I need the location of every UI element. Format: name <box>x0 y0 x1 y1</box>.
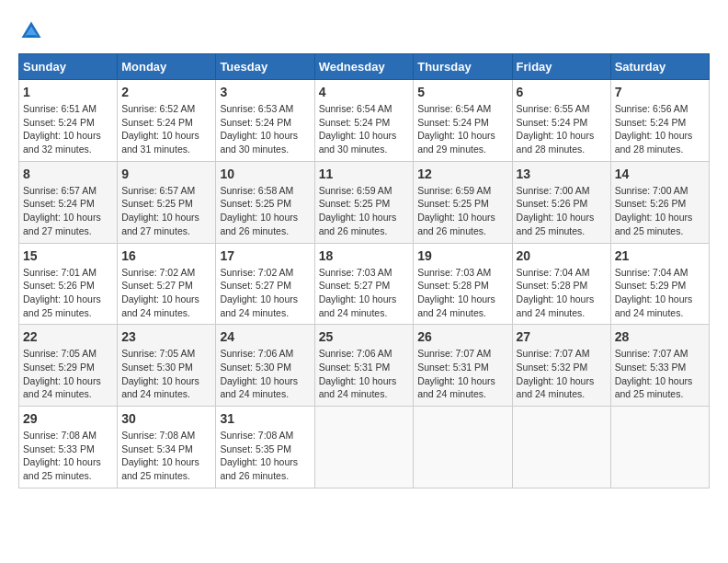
calendar-cell: 12 Sunrise: 6:59 AM Sunset: 5:25 PM Dayl… <box>414 161 512 243</box>
calendar-cell <box>512 407 610 488</box>
day-number: 15 <box>23 248 113 263</box>
day-detail: Sunrise: 7:08 AM Sunset: 5:34 PM Dayligh… <box>121 429 211 483</box>
day-number: 6 <box>517 85 607 99</box>
calendar-cell: 2 Sunrise: 6:52 AM Sunset: 5:24 PM Dayli… <box>118 80 216 162</box>
day-number: 26 <box>417 329 507 344</box>
svg-rect-2 <box>26 35 36 37</box>
day-number: 21 <box>615 248 705 263</box>
day-detail: Sunrise: 7:07 AM Sunset: 5:31 PM Dayligh… <box>417 347 507 401</box>
day-detail: Sunrise: 6:53 AM Sunset: 5:24 PM Dayligh… <box>220 102 310 156</box>
day-number: 14 <box>615 167 705 181</box>
day-number: 9 <box>121 167 211 181</box>
calendar-cell: 8 Sunrise: 6:57 AM Sunset: 5:24 PM Dayli… <box>19 161 118 243</box>
day-detail: Sunrise: 7:05 AM Sunset: 5:30 PM Dayligh… <box>121 347 211 401</box>
day-detail: Sunrise: 6:56 AM Sunset: 5:24 PM Dayligh… <box>615 102 705 156</box>
day-detail: Sunrise: 6:51 AM Sunset: 5:24 PM Dayligh… <box>23 102 113 156</box>
day-detail: Sunrise: 6:55 AM Sunset: 5:24 PM Dayligh… <box>517 102 607 156</box>
day-detail: Sunrise: 7:05 AM Sunset: 5:29 PM Dayligh… <box>23 347 113 401</box>
day-detail: Sunrise: 7:06 AM Sunset: 5:30 PM Dayligh… <box>220 347 310 401</box>
weekday-header-friday: Friday <box>512 54 610 80</box>
calendar-cell: 27 Sunrise: 7:07 AM Sunset: 5:32 PM Dayl… <box>512 325 610 407</box>
calendar-cell: 19 Sunrise: 7:03 AM Sunset: 5:28 PM Dayl… <box>414 243 512 325</box>
day-detail: Sunrise: 7:02 AM Sunset: 5:27 PM Dayligh… <box>121 266 211 320</box>
day-number: 27 <box>517 329 607 344</box>
day-number: 2 <box>121 85 211 99</box>
calendar-cell: 20 Sunrise: 7:04 AM Sunset: 5:28 PM Dayl… <box>512 243 610 325</box>
calendar-cell: 1 Sunrise: 6:51 AM Sunset: 5:24 PM Dayli… <box>19 80 118 162</box>
calendar-cell: 6 Sunrise: 6:55 AM Sunset: 5:24 PM Dayli… <box>512 80 610 162</box>
day-number: 25 <box>319 329 410 344</box>
calendar-cell: 24 Sunrise: 7:06 AM Sunset: 5:30 PM Dayl… <box>216 325 314 407</box>
day-number: 19 <box>417 248 507 263</box>
day-detail: Sunrise: 7:02 AM Sunset: 5:27 PM Dayligh… <box>220 266 310 320</box>
day-number: 7 <box>615 85 705 99</box>
weekday-header-sunday: Sunday <box>19 54 118 80</box>
day-number: 30 <box>121 411 211 426</box>
day-number: 1 <box>23 85 113 99</box>
day-number: 5 <box>417 85 507 99</box>
day-number: 18 <box>319 248 410 263</box>
day-detail: Sunrise: 6:52 AM Sunset: 5:24 PM Dayligh… <box>121 102 211 156</box>
day-number: 16 <box>121 248 211 263</box>
calendar-cell: 28 Sunrise: 7:07 AM Sunset: 5:33 PM Dayl… <box>610 325 709 407</box>
calendar-cell: 9 Sunrise: 6:57 AM Sunset: 5:25 PM Dayli… <box>118 161 216 243</box>
day-detail: Sunrise: 7:03 AM Sunset: 5:27 PM Dayligh… <box>319 266 410 320</box>
calendar-cell: 23 Sunrise: 7:05 AM Sunset: 5:30 PM Dayl… <box>118 325 216 407</box>
calendar-cell: 3 Sunrise: 6:53 AM Sunset: 5:24 PM Dayli… <box>216 80 314 162</box>
day-number: 22 <box>23 329 113 344</box>
day-number: 23 <box>121 329 211 344</box>
calendar-cell <box>414 407 512 488</box>
weekday-header-tuesday: Tuesday <box>216 54 314 80</box>
day-detail: Sunrise: 7:01 AM Sunset: 5:26 PM Dayligh… <box>23 266 113 320</box>
calendar-cell: 26 Sunrise: 7:07 AM Sunset: 5:31 PM Dayl… <box>414 325 512 407</box>
day-detail: Sunrise: 7:03 AM Sunset: 5:28 PM Dayligh… <box>417 266 507 320</box>
calendar-cell: 29 Sunrise: 7:08 AM Sunset: 5:33 PM Dayl… <box>19 407 118 488</box>
calendar-cell: 17 Sunrise: 7:02 AM Sunset: 5:27 PM Dayl… <box>216 243 314 325</box>
day-detail: Sunrise: 6:59 AM Sunset: 5:25 PM Dayligh… <box>319 184 410 238</box>
day-number: 24 <box>220 329 310 344</box>
calendar-cell: 25 Sunrise: 7:06 AM Sunset: 5:31 PM Dayl… <box>314 325 414 407</box>
day-number: 12 <box>417 167 507 181</box>
weekday-header-wednesday: Wednesday <box>314 54 414 80</box>
day-detail: Sunrise: 7:07 AM Sunset: 5:33 PM Dayligh… <box>615 347 705 401</box>
day-detail: Sunrise: 6:58 AM Sunset: 5:25 PM Dayligh… <box>220 184 310 238</box>
day-detail: Sunrise: 6:54 AM Sunset: 5:24 PM Dayligh… <box>319 102 410 156</box>
day-detail: Sunrise: 7:00 AM Sunset: 5:26 PM Dayligh… <box>517 184 607 238</box>
calendar-cell: 11 Sunrise: 6:59 AM Sunset: 5:25 PM Dayl… <box>314 161 414 243</box>
day-number: 4 <box>319 85 410 99</box>
day-detail: Sunrise: 6:54 AM Sunset: 5:24 PM Dayligh… <box>417 102 507 156</box>
calendar-cell: 22 Sunrise: 7:05 AM Sunset: 5:29 PM Dayl… <box>19 325 118 407</box>
weekday-header-thursday: Thursday <box>414 54 512 80</box>
day-number: 20 <box>517 248 607 263</box>
day-number: 11 <box>319 167 410 181</box>
day-detail: Sunrise: 7:00 AM Sunset: 5:26 PM Dayligh… <box>615 184 705 238</box>
day-number: 17 <box>220 248 310 263</box>
calendar-cell: 16 Sunrise: 7:02 AM Sunset: 5:27 PM Dayl… <box>118 243 216 325</box>
day-number: 28 <box>615 329 705 344</box>
day-detail: Sunrise: 7:08 AM Sunset: 5:35 PM Dayligh… <box>220 429 310 483</box>
calendar-cell: 13 Sunrise: 7:00 AM Sunset: 5:26 PM Dayl… <box>512 161 610 243</box>
calendar-cell: 15 Sunrise: 7:01 AM Sunset: 5:26 PM Dayl… <box>19 243 118 325</box>
logo-icon <box>18 18 44 44</box>
logo <box>18 18 46 44</box>
calendar-cell: 10 Sunrise: 6:58 AM Sunset: 5:25 PM Dayl… <box>216 161 314 243</box>
header <box>18 18 710 44</box>
day-detail: Sunrise: 7:06 AM Sunset: 5:31 PM Dayligh… <box>319 347 410 401</box>
day-detail: Sunrise: 7:08 AM Sunset: 5:33 PM Dayligh… <box>23 429 113 483</box>
calendar-cell <box>314 407 414 488</box>
day-number: 13 <box>517 167 607 181</box>
weekday-header-saturday: Saturday <box>610 54 709 80</box>
calendar-cell: 5 Sunrise: 6:54 AM Sunset: 5:24 PM Dayli… <box>414 80 512 162</box>
calendar-cell: 31 Sunrise: 7:08 AM Sunset: 5:35 PM Dayl… <box>216 407 314 488</box>
day-detail: Sunrise: 7:04 AM Sunset: 5:29 PM Dayligh… <box>615 266 705 320</box>
calendar-cell <box>610 407 709 488</box>
calendar-cell: 7 Sunrise: 6:56 AM Sunset: 5:24 PM Dayli… <box>610 80 709 162</box>
day-detail: Sunrise: 7:04 AM Sunset: 5:28 PM Dayligh… <box>517 266 607 320</box>
day-number: 29 <box>23 411 113 426</box>
calendar-cell: 21 Sunrise: 7:04 AM Sunset: 5:29 PM Dayl… <box>610 243 709 325</box>
day-number: 10 <box>220 167 310 181</box>
day-detail: Sunrise: 6:57 AM Sunset: 5:25 PM Dayligh… <box>121 184 211 238</box>
day-detail: Sunrise: 6:57 AM Sunset: 5:24 PM Dayligh… <box>23 184 113 238</box>
calendar-cell: 18 Sunrise: 7:03 AM Sunset: 5:27 PM Dayl… <box>314 243 414 325</box>
weekday-header-monday: Monday <box>118 54 216 80</box>
